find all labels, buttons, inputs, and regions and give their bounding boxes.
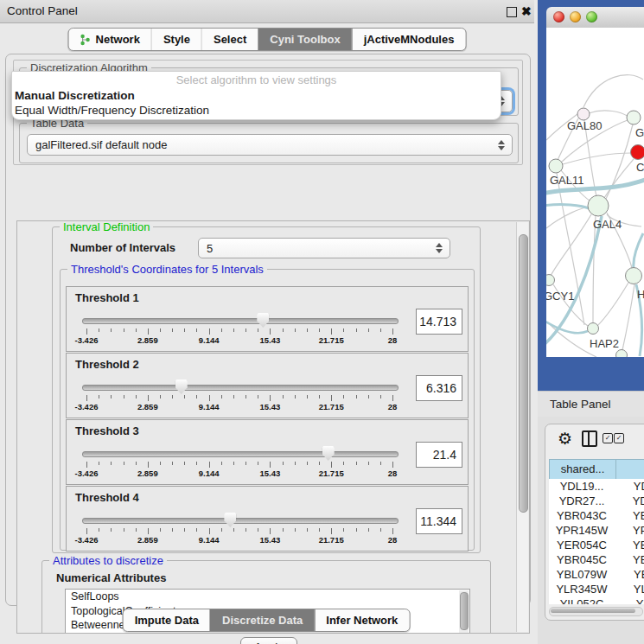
table-row[interactable]: YDL19...YDL1 (549, 479, 644, 494)
table-row[interactable]: YPR145WYPR1 (549, 523, 644, 538)
threshold-value-field[interactable]: 6.316 (416, 375, 462, 401)
horizontal-scrollbar[interactable] (549, 607, 643, 616)
slider-tick (136, 462, 137, 465)
number-of-intervals-select[interactable]: 5 (198, 238, 450, 258)
slider-tick (111, 328, 112, 332)
network-node[interactable] (631, 145, 644, 160)
settings-gear-icon[interactable]: ⚙ (558, 428, 572, 449)
table-row[interactable]: YLR345WYLR3 (549, 582, 644, 596)
slider-tick (111, 395, 112, 399)
threshold-value-field[interactable]: 11.344 (416, 508, 462, 534)
table-column-header[interactable]: n (615, 459, 644, 480)
network-node[interactable] (627, 111, 641, 124)
network-edge[interactable] (551, 214, 591, 276)
network-canvas[interactable]: GAL80GAL11GAL4GCY1HHAP2GAC (546, 28, 644, 357)
bottom-tab-infer-network[interactable]: Infer Network (314, 609, 409, 631)
slider-tick (136, 528, 137, 532)
network-node-gal80[interactable] (577, 108, 590, 120)
network-edge[interactable] (546, 207, 590, 228)
network-edge[interactable] (593, 216, 596, 323)
tab-cyni-toolbox[interactable]: Cyni Toolbox (258, 29, 351, 50)
tab-jactivemnodules[interactable]: jActiveMNodules (352, 29, 466, 50)
table-data-select[interactable]: galFiltered.sif default node (27, 134, 513, 156)
table-row[interactable]: YDR27...YDR2 (549, 494, 644, 508)
slider-track[interactable] (82, 318, 399, 324)
vertical-scrollbar[interactable] (516, 222, 528, 632)
slider-handle[interactable] (224, 513, 236, 527)
vertical-scrollbar-thumb[interactable] (519, 234, 528, 513)
network-edge[interactable] (583, 75, 643, 107)
checkbox-icon[interactable]: ✓ (614, 433, 624, 443)
slider-tick (368, 462, 369, 465)
close-icon[interactable]: ✖ (521, 3, 532, 19)
network-edge[interactable] (597, 283, 628, 326)
slider-tick (392, 328, 393, 335)
horizontal-scrollbar-thumb[interactable] (551, 609, 635, 613)
network-edge[interactable] (589, 111, 628, 117)
zoom-traffic-light[interactable] (586, 11, 597, 22)
float-window-icon[interactable] (507, 7, 517, 17)
threshold-label: Threshold 2 (75, 358, 139, 371)
threshold-slider[interactable]: -3.4262.8599.14415.4321.71528 (82, 313, 397, 348)
apply-button[interactable]: Apply (240, 637, 297, 644)
network-node[interactable] (616, 350, 628, 358)
network-edge[interactable] (634, 233, 643, 269)
attribute-list-item[interactable]: SelfLoops (66, 590, 469, 604)
slider-tick (99, 462, 99, 465)
dropdown-item-manual-discretization[interactable]: Manual Discretization (14, 89, 499, 103)
slider-tick (392, 528, 393, 534)
slider-tick (196, 528, 197, 532)
list-scrollbar-thumb[interactable] (460, 592, 469, 630)
close-traffic-light[interactable] (553, 11, 564, 22)
network-edge[interactable] (546, 320, 588, 333)
slider-track[interactable] (82, 518, 399, 524)
tab-label: Style (163, 33, 190, 46)
dropdown-item-equal-width-frequency[interactable]: Equal Width/Frequency Discretization (14, 104, 499, 118)
slider-tick (148, 462, 149, 468)
thresholds-group: Threshold's Coordinates for 5 Intervals … (60, 269, 475, 551)
network-edge[interactable] (546, 205, 591, 209)
minimize-traffic-light[interactable] (570, 11, 581, 22)
table-row[interactable]: YER054CYER0 (549, 538, 644, 552)
table-column-header[interactable]: shared... (549, 459, 616, 480)
split-columns-icon[interactable] (582, 430, 597, 447)
slider-tick (184, 328, 185, 332)
network-node-hap2[interactable] (588, 323, 599, 335)
table-row[interactable]: YBR043CYBR0 (549, 508, 644, 523)
network-window-titlebar[interactable] (546, 7, 644, 29)
slider-tick (196, 462, 197, 465)
threshold-value-field[interactable]: 21.4 (416, 442, 462, 468)
slider-track[interactable] (82, 385, 399, 391)
tab-style[interactable]: Style (151, 29, 201, 50)
threshold-value-field[interactable]: 14.713 (416, 309, 462, 335)
slider-handle[interactable] (322, 446, 335, 461)
table-cell: YBR0 (615, 508, 644, 523)
control-panel-title: Control Panel (7, 0, 78, 22)
interval-definition-title: Interval Definition (60, 220, 153, 233)
bottom-tab-impute-data[interactable]: Impute Data (124, 609, 210, 631)
tab-select[interactable]: Select (201, 29, 258, 50)
threshold-slider[interactable]: -3.4262.8599.14415.4321.71528 (82, 513, 397, 547)
checkbox-icon[interactable]: ✓ (603, 433, 613, 443)
slider-handle[interactable] (175, 379, 188, 394)
bottom-tab-discretize-data[interactable]: Discretize Data (210, 609, 314, 631)
network-node-gal4[interactable] (588, 195, 609, 216)
slider-tick (283, 462, 284, 465)
table-row[interactable]: YBL079WYBL0 (549, 567, 644, 582)
slider-tick (380, 328, 381, 332)
slider-tick (209, 528, 210, 534)
network-node-h[interactable] (626, 268, 642, 284)
slider-track[interactable] (82, 451, 399, 457)
network-node-gcy1[interactable] (546, 275, 555, 286)
threshold-slider[interactable]: -3.4262.8599.14415.4321.71528 (82, 379, 397, 414)
tab-network[interactable]: Network (69, 29, 151, 50)
table-body: YDL19...YDL1YDR27...YDR2YBR043CYBR0YPR14… (549, 479, 644, 604)
network-edge[interactable] (622, 284, 634, 350)
slider-handle[interactable] (257, 313, 269, 328)
slider-tick (368, 395, 369, 399)
table-row[interactable]: YIL052CYIL0 (549, 596, 644, 604)
threshold-slider[interactable]: -3.4262.8599.14415.4321.71528 (82, 446, 397, 481)
list-scrollbar[interactable] (459, 590, 469, 634)
table-row[interactable]: YBR045CYBR0 (549, 552, 644, 567)
network-node-gal11[interactable] (549, 159, 563, 173)
